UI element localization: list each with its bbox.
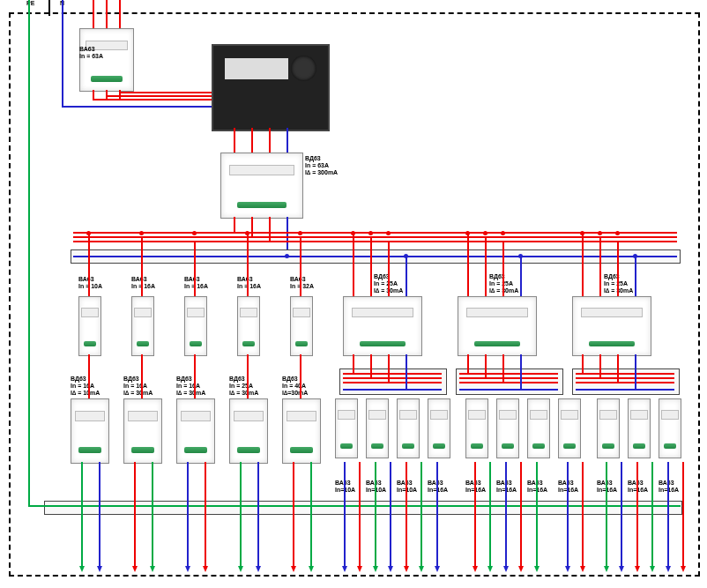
breaker-r1-2	[184, 296, 207, 356]
junction-dot	[598, 231, 602, 235]
out-arrow-icon	[404, 566, 409, 572]
out-wire	[359, 462, 361, 566]
junction-dot	[483, 231, 487, 235]
pe-n-bar	[44, 501, 682, 515]
divider	[48, 0, 50, 16]
out-arrow-icon	[357, 566, 362, 572]
junction-dot	[351, 231, 355, 235]
out-arrow-icon	[373, 566, 378, 572]
out-wire	[436, 462, 438, 566]
out-wire	[621, 462, 622, 566]
rcbo-r2-1	[123, 398, 162, 464]
junction-dot	[298, 231, 302, 235]
out-arrow-icon	[666, 566, 671, 572]
out-arrow-icon	[79, 566, 85, 572]
out-wire	[682, 462, 684, 566]
l1-in	[93, 0, 94, 28]
out-arrow-icon	[635, 566, 640, 572]
l2-in	[106, 0, 108, 28]
out-wire	[152, 462, 153, 566]
out-wire	[240, 462, 242, 566]
out-arrow-icon	[419, 566, 424, 572]
out-arrow-icon	[565, 566, 570, 572]
junction-dot	[465, 231, 470, 235]
out-arrow-icon	[150, 566, 155, 572]
out-wire	[99, 462, 100, 566]
junction-dot	[386, 231, 391, 235]
rcbo-r2-2	[176, 398, 215, 464]
rcd-g-0	[343, 296, 422, 356]
breaker-r3-8	[597, 398, 620, 458]
out-arrow-icon	[97, 566, 102, 572]
junction-dot	[368, 231, 373, 235]
out-wire	[636, 462, 638, 566]
junction-dot	[192, 231, 197, 235]
junction-dot	[633, 254, 637, 258]
out-wire	[606, 462, 607, 566]
out-wire	[536, 462, 538, 566]
out-wire	[81, 462, 83, 566]
main-rcd	[220, 153, 303, 219]
out-wire	[520, 462, 522, 566]
junction-dot	[615, 231, 620, 235]
n-wire-in	[62, 0, 63, 106]
out-wire	[344, 462, 346, 566]
out-arrow-icon	[487, 566, 493, 572]
out-wire	[420, 462, 422, 566]
main-breaker-model: ВА63	[79, 46, 95, 53]
main-breaker-rating: In = 63A	[79, 53, 103, 60]
rcd-g-2	[572, 296, 651, 356]
out-arrow-icon	[132, 566, 138, 572]
out-arrow-icon	[256, 566, 261, 572]
out-arrow-icon	[203, 566, 208, 572]
out-wire	[257, 462, 259, 566]
out-arrow-icon	[291, 566, 296, 572]
junction-dot	[139, 231, 144, 235]
out-wire	[567, 462, 569, 566]
out-wire	[489, 462, 491, 566]
breaker-r3-2	[397, 398, 420, 458]
out-wire	[293, 462, 294, 566]
junction-dot	[285, 254, 289, 258]
junction-dot	[518, 254, 523, 258]
out-arrow-icon	[619, 566, 624, 572]
breaker-r1-4	[290, 296, 313, 356]
breaker-r1-3	[237, 296, 260, 356]
rcbo-r2-0	[71, 398, 109, 464]
out-arrow-icon	[309, 566, 314, 572]
rcbo-r2-3	[229, 398, 268, 464]
out-wire	[205, 462, 206, 566]
out-wire	[582, 462, 584, 566]
out-wire	[505, 462, 507, 566]
out-wire	[651, 462, 653, 566]
breaker-r3-10	[659, 398, 681, 458]
main-rcd-leak: I∆ = 300mA	[305, 169, 338, 176]
junction-dot	[501, 231, 505, 235]
main-rcd-rating: In = 63A	[305, 162, 329, 169]
out-arrow-icon	[650, 566, 655, 572]
out-arrow-icon	[604, 566, 609, 572]
rcd-g-1	[458, 296, 537, 356]
breaker-r3-4	[465, 398, 488, 458]
main-breaker	[79, 28, 134, 92]
out-wire	[187, 462, 189, 566]
out-wire	[406, 462, 407, 566]
breaker-r3-5	[496, 398, 519, 458]
breaker-r3-7	[558, 398, 581, 458]
breaker-r3-0	[335, 398, 358, 458]
out-arrow-icon	[580, 566, 585, 572]
breaker-r1-1	[131, 296, 154, 356]
breaker-r1-0	[78, 296, 101, 356]
out-arrow-icon	[681, 566, 686, 572]
junction-dot	[245, 231, 249, 235]
rcbo-r2-4	[282, 398, 321, 464]
out-wire	[134, 462, 136, 566]
out-arrow-icon	[185, 566, 190, 572]
out-wire	[310, 462, 312, 566]
out-arrow-icon	[435, 566, 440, 572]
pe-wire	[28, 0, 30, 505]
out-arrow-icon	[342, 566, 347, 572]
out-arrow-icon	[388, 566, 393, 572]
junction-dot	[86, 231, 91, 235]
out-arrow-icon	[503, 566, 509, 572]
